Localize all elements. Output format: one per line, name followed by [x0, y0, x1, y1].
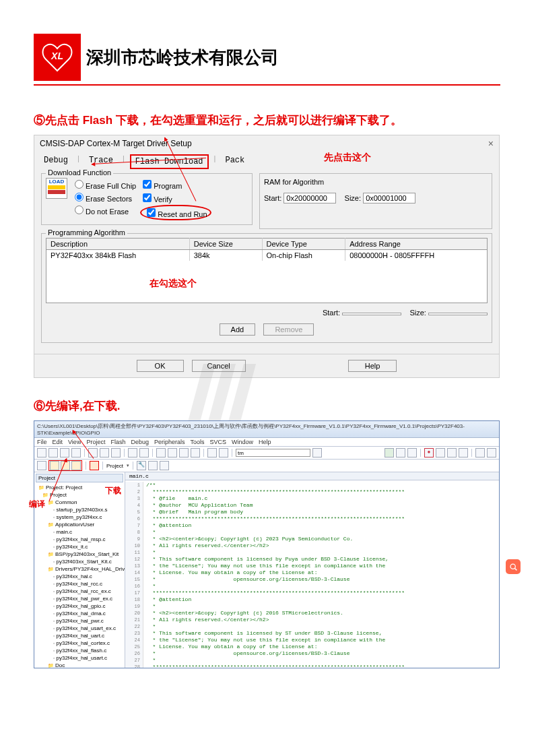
bookmark-icon[interactable]: [156, 448, 166, 458]
tree-file[interactable]: py32f4xx_hal_gpio.c: [36, 602, 123, 610]
project-tree[interactable]: Project Project: ProjectProjectCommonsta…: [34, 472, 125, 668]
radio-erase-full[interactable]: Erase Full Chip: [71, 178, 136, 190]
tree-file[interactable]: py32f4xx_it.c: [36, 543, 123, 550]
tool-icon[interactable]: [487, 448, 496, 458]
tab-trace[interactable]: Trace: [85, 154, 117, 169]
tab-pack[interactable]: Pack: [221, 154, 248, 169]
dialog-titlebar: CMSIS-DAP Cortex-M Target Driver Setup ×: [34, 135, 499, 152]
copy-icon[interactable]: [100, 448, 109, 458]
find-icon[interactable]: [312, 448, 322, 458]
stop-icon[interactable]: ●: [424, 448, 434, 458]
tree-folder[interactable]: Drivers/PY32F4xx_HAL_Driver: [36, 565, 123, 573]
tree-folder[interactable]: Doc: [36, 662, 123, 668]
algorithm-table: Description Device Size Device Type Addr…: [46, 238, 488, 303]
search-input[interactable]: [236, 449, 310, 457]
side-search-badge[interactable]: [506, 559, 521, 574]
tree-file[interactable]: startup_py32f403xx.s: [36, 506, 123, 513]
redo-icon[interactable]: [139, 448, 149, 458]
bookmark-clear-icon[interactable]: [191, 448, 200, 458]
tree-file[interactable]: py32f4xx_hal_pwr_ex.c: [36, 595, 123, 602]
code-line: 3 * @file main.c: [125, 495, 499, 502]
menu-window[interactable]: Window: [232, 439, 253, 445]
tree-file[interactable]: system_py32f4xx.c: [36, 513, 123, 521]
load-icon[interactable]: LOAD: [46, 178, 67, 199]
tree-file[interactable]: py32f4xx_hal_rcc.c: [36, 580, 123, 588]
tree-file[interactable]: py32f4xx_hal_rcc_ex.c: [36, 588, 123, 595]
bottom-size-input[interactable]: [428, 313, 488, 315]
radio-do-not-erase[interactable]: Do not Erase: [71, 203, 136, 216]
tree-file[interactable]: py32f4xx_hal_msp.c: [36, 536, 123, 543]
new-icon[interactable]: [37, 448, 46, 458]
books-icon[interactable]: [160, 461, 169, 470]
tree-file[interactable]: py32f403xx_Start_Kit.c: [36, 558, 123, 565]
tree-file[interactable]: py32f4xx_hal_flash.c: [36, 647, 123, 654]
build-icon[interactable]: [50, 461, 59, 470]
add-button[interactable]: Add: [220, 323, 256, 336]
target-icon[interactable]: [37, 461, 46, 470]
programming-algorithm-group: Programming Algorithm Description Device…: [41, 233, 492, 343]
config-icon[interactable]: [475, 448, 485, 458]
code-line: 9 * <h2><center>&copy; Copyright (c) 202…: [125, 536, 499, 542]
bookmark-prev-icon[interactable]: [168, 448, 177, 458]
tree-file[interactable]: py32f4xx_hal_usart_ex.c: [36, 625, 123, 632]
options-icon[interactable]: 🔧: [137, 461, 146, 470]
open-icon[interactable]: [48, 448, 58, 458]
target-select[interactable]: Project: [106, 463, 123, 469]
table-row[interactable]: PY32F403xx 384kB Flash 384k On-chip Flas…: [46, 250, 488, 261]
outdent-icon[interactable]: [219, 448, 228, 458]
menu-flash[interactable]: Flash: [110, 439, 125, 445]
check-program[interactable]: Program: [140, 178, 211, 191]
editor-tab[interactable]: main.c: [125, 472, 499, 480]
menu-edit[interactable]: Edit: [53, 439, 63, 445]
check-reset-run[interactable]: Reset and Run: [140, 205, 211, 220]
undo-icon[interactable]: [128, 448, 137, 458]
ram-start-input[interactable]: 0x20000000: [283, 193, 336, 203]
insert-bp-icon[interactable]: [407, 448, 417, 458]
batch-build-icon[interactable]: [71, 461, 81, 470]
menu-file[interactable]: File: [37, 439, 47, 445]
run-icon[interactable]: [436, 448, 445, 458]
cancel-button[interactable]: Cancel: [192, 360, 246, 372]
save-icon[interactable]: [60, 448, 69, 458]
code-line: 6 **************************************…: [125, 515, 499, 522]
menu-tools[interactable]: Tools: [190, 439, 204, 445]
tree-file[interactable]: py32f4xx_hal_pwr.c: [36, 617, 123, 625]
paste-icon[interactable]: [111, 448, 121, 458]
tree-folder[interactable]: BSP/py32f403xx_Start_Kit: [36, 550, 123, 558]
ok-button[interactable]: OK: [137, 360, 184, 372]
tree-folder[interactable]: Application/User: [36, 521, 123, 528]
download-function-group: Download Function LOAD Erase Full Chip E…: [41, 173, 253, 225]
tree-file[interactable]: py32f4xx_hal.c: [36, 573, 123, 580]
menu-project[interactable]: Project: [86, 439, 105, 445]
tree-file[interactable]: py32f4xx_hal_dma.c: [36, 610, 123, 617]
bookmark-next-icon[interactable]: [179, 448, 189, 458]
company-name: 深圳市芯岭技术有限公司: [86, 46, 279, 69]
tree-file[interactable]: py32f4xx_hal_cortex.c: [36, 639, 123, 647]
tree-file[interactable]: py32f4xx_hal_usart.c: [36, 654, 123, 662]
manage-icon[interactable]: [148, 461, 158, 470]
bottom-start-input[interactable]: [342, 313, 401, 315]
menu-svcs[interactable]: SVCS: [210, 439, 227, 445]
download-icon[interactable]: [90, 461, 99, 470]
step-icon[interactable]: [447, 448, 457, 458]
tree-file[interactable]: main.c: [36, 528, 123, 536]
th-address-range: Address Range: [345, 239, 488, 250]
menu-help[interactable]: Help: [259, 439, 271, 445]
tab-debug[interactable]: Debug: [40, 154, 72, 169]
menu-peripherals[interactable]: Peripherals: [154, 439, 185, 445]
ram-size-input[interactable]: 0x00001000: [363, 193, 415, 203]
breakpoint-icon[interactable]: [396, 448, 405, 458]
code-editor[interactable]: main.c 1/**2 ***************************…: [125, 472, 499, 668]
stepover-icon[interactable]: [459, 448, 468, 458]
saveall-icon[interactable]: [71, 448, 81, 458]
ide-menubar[interactable]: FileEditViewProjectFlashDebugPeripherals…: [34, 438, 499, 447]
menu-debug[interactable]: Debug: [131, 439, 149, 445]
help-button[interactable]: Help: [348, 360, 397, 372]
tree-file[interactable]: py32f4xx_hal_uart.c: [36, 632, 123, 639]
close-icon[interactable]: ×: [488, 138, 494, 149]
debug-icon[interactable]: [385, 448, 394, 458]
indent-icon[interactable]: [207, 448, 217, 458]
remove-button[interactable]: Remove: [263, 323, 314, 336]
check-verify[interactable]: Verify: [140, 191, 211, 204]
radio-erase-sectors[interactable]: Erase Sectors: [71, 191, 136, 203]
